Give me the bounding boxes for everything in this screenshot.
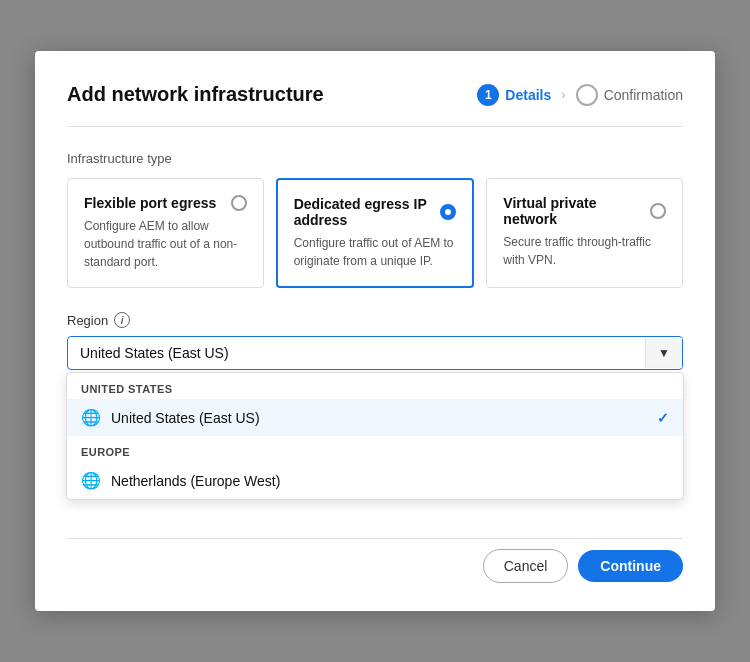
radio-flexible[interactable] xyxy=(231,195,247,211)
radio-dedicated[interactable] xyxy=(440,204,456,220)
dropdown-item-netherlands[interactable]: 🌐 Netherlands (Europe West) xyxy=(67,462,683,499)
radio-dedicated-inner xyxy=(445,209,451,215)
region-label: Region xyxy=(67,313,108,328)
dropdown-item-east-us-label: United States (East US) xyxy=(111,410,260,426)
dialog: Add network infrastructure 1 Details › C… xyxy=(35,51,715,611)
infra-card-flexible-title: Flexible port egress xyxy=(84,195,216,211)
steps-chevron: › xyxy=(561,87,565,102)
overlay: Add network infrastructure 1 Details › C… xyxy=(0,0,750,662)
region-input[interactable] xyxy=(68,337,645,369)
step-1-label: Details xyxy=(505,87,551,103)
infra-card-vpn-header: Virtual private network xyxy=(503,195,666,227)
region-input-row: ▼ xyxy=(67,336,683,370)
infra-card-dedicated-title: Dedicated egress IP address xyxy=(294,196,441,228)
infra-card-flexible[interactable]: Flexible port egress Configure AEM to al… xyxy=(67,178,264,288)
infra-card-dedicated-header: Dedicated egress IP address xyxy=(294,196,457,228)
region-info-icon: i xyxy=(114,312,130,328)
radio-vpn[interactable] xyxy=(650,203,666,219)
region-dropdown-list: UNITED STATES 🌐 United States (East US) … xyxy=(66,372,684,500)
region-container: ▼ UNITED STATES 🌐 United States (East US… xyxy=(67,336,683,370)
infra-card-vpn[interactable]: Virtual private network Secure traffic t… xyxy=(486,178,683,288)
step-1-circle: 1 xyxy=(477,84,499,106)
step-2: Confirmation xyxy=(576,84,683,106)
dropdown-group-europe: EUROPE xyxy=(67,436,683,462)
continue-button[interactable]: Continue xyxy=(578,550,683,582)
dialog-footer: Cancel Continue xyxy=(483,549,683,583)
dropdown-group-us: UNITED STATES xyxy=(67,373,683,399)
infrastructure-section-label: Infrastructure type xyxy=(67,151,683,166)
infra-card-flexible-header: Flexible port egress xyxy=(84,195,247,211)
region-dropdown-button[interactable]: ▼ xyxy=(645,338,682,368)
infra-card-dedicated[interactable]: Dedicated egress IP address Configure tr… xyxy=(276,178,475,288)
check-icon-east-us: ✓ xyxy=(657,410,669,426)
dropdown-arrow-icon: ▼ xyxy=(658,346,670,360)
globe-icon-east-us: 🌐 xyxy=(81,408,101,427)
infrastructure-cards: Flexible port egress Configure AEM to al… xyxy=(67,178,683,288)
footer-divider xyxy=(67,538,683,539)
dialog-title: Add network infrastructure xyxy=(67,83,324,106)
step-2-circle xyxy=(576,84,598,106)
globe-icon-netherlands: 🌐 xyxy=(81,471,101,490)
dialog-header: Add network infrastructure 1 Details › C… xyxy=(67,83,683,127)
step-1: 1 Details xyxy=(477,84,551,106)
infra-card-vpn-desc: Secure traffic through-traffic with VPN. xyxy=(503,233,666,269)
infra-card-dedicated-desc: Configure traffic out of AEM to originat… xyxy=(294,234,457,270)
dropdown-item-netherlands-label: Netherlands (Europe West) xyxy=(111,473,280,489)
infra-card-flexible-desc: Configure AEM to allow outbound traffic … xyxy=(84,217,247,271)
dropdown-item-east-us[interactable]: 🌐 United States (East US) ✓ xyxy=(67,399,683,436)
region-label-row: Region i xyxy=(67,312,683,328)
cancel-button[interactable]: Cancel xyxy=(483,549,569,583)
steps: 1 Details › Confirmation xyxy=(477,84,683,106)
step-2-label: Confirmation xyxy=(604,87,683,103)
infra-card-vpn-title: Virtual private network xyxy=(503,195,650,227)
